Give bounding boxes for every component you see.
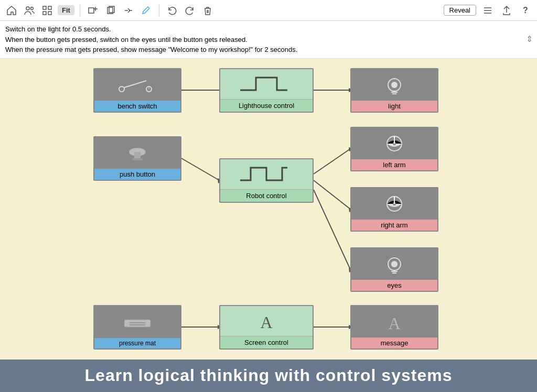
light-icon	[351, 69, 437, 101]
message-icon: A	[351, 306, 437, 337]
left-arm-icon	[351, 128, 437, 159]
copy-icon[interactable]	[103, 3, 118, 18]
lighthouse-control-icon	[220, 69, 313, 100]
light-label: light	[351, 101, 437, 112]
undo-icon[interactable]	[165, 3, 179, 18]
left-arm-label: left arm	[351, 159, 437, 170]
svg-point-30	[391, 82, 398, 88]
screen-control-node[interactable]: A Screen control	[219, 305, 314, 350]
right-arm-node[interactable]: right arm	[350, 187, 438, 232]
svg-rect-4	[43, 12, 46, 15]
instruction-line-1: Switch on the light for 0.5 seconds.	[5, 24, 532, 35]
message-node[interactable]: A message	[350, 305, 438, 350]
svg-line-15	[314, 149, 350, 174]
list-icon[interactable]	[480, 3, 495, 18]
resize-handle[interactable]: ⇕	[526, 33, 533, 46]
instruction-line-2: When the button gets pressed, switch on …	[5, 35, 532, 45]
svg-line-17	[314, 180, 350, 209]
bench-switch-node[interactable]: bench switch	[93, 68, 181, 113]
svg-rect-3	[48, 6, 51, 9]
push-button-node[interactable]: push button	[93, 136, 181, 181]
eyes-icon	[351, 248, 437, 280]
banner-text: Learn logical thinking with control syst…	[85, 366, 453, 385]
pressure-mat-label: pressure mat	[94, 338, 180, 349]
robot-control-icon	[220, 159, 313, 190]
people-icon[interactable]	[22, 3, 37, 18]
svg-text:A: A	[388, 314, 400, 333]
bottom-banner: Learn logical thinking with control syst…	[0, 360, 537, 392]
reveal-button[interactable]: Reveal	[444, 5, 476, 16]
screen-control-label: Screen control	[220, 336, 313, 349]
svg-point-0	[26, 7, 29, 10]
svg-point-43	[391, 261, 398, 267]
separator2	[159, 4, 159, 17]
robot-control-node[interactable]: Robot control	[219, 158, 314, 203]
svg-line-27	[124, 81, 146, 88]
instructions-panel: Switch on the light for 0.5 seconds. Whe…	[0, 21, 537, 59]
screen-control-icon: A	[220, 306, 313, 336]
grid-icon[interactable]	[40, 3, 55, 18]
diagram-canvas[interactable]: bench switch Lighthouse control light	[0, 59, 537, 360]
add-node-icon[interactable]	[85, 3, 100, 18]
eyes-label: eyes	[351, 280, 437, 291]
toolbar-right: Reveal ?	[444, 3, 533, 18]
toolbar: Fit Reveal ?	[0, 0, 537, 21]
bench-switch-icon	[94, 69, 180, 101]
svg-text:A: A	[260, 313, 272, 332]
push-button-icon	[94, 137, 180, 169]
svg-line-13	[181, 158, 219, 180]
right-arm-icon	[351, 188, 437, 220]
connect-icon[interactable]	[121, 3, 136, 18]
lighthouse-control-node[interactable]: Lighthouse control	[219, 68, 314, 113]
light-node[interactable]: light	[350, 68, 438, 113]
redo-icon[interactable]	[182, 3, 197, 18]
robot-control-label: Robot control	[220, 190, 313, 202]
svg-rect-38	[132, 158, 143, 160]
separator	[80, 4, 80, 17]
pressure-mat-node[interactable]: pressure mat	[93, 305, 181, 350]
share-icon[interactable]	[499, 3, 514, 18]
pen-icon[interactable]	[139, 3, 154, 18]
help-icon[interactable]: ?	[518, 3, 533, 18]
fit-button[interactable]: Fit	[58, 5, 74, 15]
svg-line-19	[314, 190, 350, 269]
home-icon[interactable]	[4, 3, 19, 18]
left-arm-node[interactable]: left arm	[350, 127, 438, 171]
svg-point-1	[31, 7, 34, 9]
message-label: message	[351, 337, 437, 349]
push-button-label: push button	[94, 169, 180, 180]
svg-rect-46	[124, 320, 151, 327]
right-arm-label: right arm	[351, 220, 437, 231]
pressure-mat-icon	[94, 306, 180, 338]
bench-switch-label: bench switch	[94, 101, 180, 112]
svg-rect-5	[48, 12, 51, 15]
svg-rect-6	[89, 8, 94, 13]
eyes-node[interactable]: eyes	[350, 247, 438, 292]
delete-icon[interactable]	[200, 3, 215, 18]
instruction-line-3: When the pressure mat gets pressed, show…	[5, 45, 532, 55]
svg-point-25	[119, 86, 124, 92]
lighthouse-control-label: Lighthouse control	[220, 100, 313, 112]
svg-rect-37	[134, 152, 141, 158]
svg-rect-2	[43, 6, 46, 9]
